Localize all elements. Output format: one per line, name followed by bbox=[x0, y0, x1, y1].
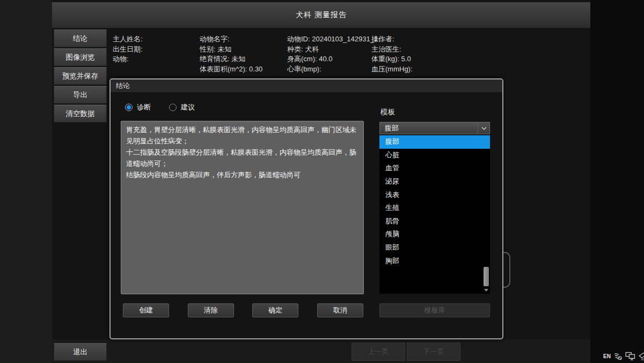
dicom-tag-label: DCM bbox=[641, 358, 644, 361]
chevron-down-icon[interactable] bbox=[478, 122, 489, 134]
option-musculoskeletal[interactable]: 肌骨 bbox=[379, 215, 490, 228]
template-option-list: 腹部 心脏 血管 泌尿 浅表 生殖 肌骨 颅脑 眼部 胸部 bbox=[379, 135, 490, 294]
diagnosis-textarea[interactable]: 胃充盈，胃壁分层清晰，粘膜表面光滑，内容物呈均质高回声，幽门区域未见明显占位性病… bbox=[121, 121, 364, 294]
dicom-tag-icon: DCM bbox=[638, 352, 644, 361]
network-disconnected-icon bbox=[613, 352, 623, 360]
option-label: 颅脑 bbox=[385, 229, 399, 239]
radio-unselected-icon[interactable] bbox=[169, 104, 177, 111]
left-edge-strip bbox=[0, 0, 52, 363]
status-tray: EN DCM bbox=[603, 351, 643, 361]
species-field: 种类: 犬科 bbox=[287, 45, 385, 55]
sidebar-item-label: 清空数据 bbox=[66, 109, 95, 119]
sidebar-item-label: 预览并保存 bbox=[62, 71, 99, 81]
confirm-button[interactable]: 确定 bbox=[252, 303, 298, 317]
template-dropdown-value: 腹部 bbox=[380, 124, 478, 133]
previous-page-button[interactable]: 上一页 bbox=[352, 343, 405, 361]
owner-name-field: 主人姓名: bbox=[113, 34, 143, 45]
sidebar-item-label: 导出 bbox=[73, 90, 87, 100]
radio-suggestion[interactable]: 建议 bbox=[169, 103, 195, 112]
option-abdomen[interactable]: 腹部 bbox=[379, 135, 490, 149]
heart-rate-field: 心率(bmp): bbox=[287, 64, 385, 75]
sidebar-item-export[interactable]: 导出 bbox=[54, 86, 107, 104]
weight-field: 体重(kg): 5.0 bbox=[371, 54, 413, 64]
radio-diagnosis[interactable]: 诊断 bbox=[125, 103, 151, 112]
sidebar-item-clear-data[interactable]: 清空数据 bbox=[54, 105, 107, 122]
birth-date-field: 出生日期: bbox=[113, 45, 143, 55]
radio-group: 诊断 建议 bbox=[125, 103, 195, 112]
radio-diagnosis-label: 诊断 bbox=[137, 103, 151, 112]
option-label: 浅表 bbox=[385, 190, 399, 200]
animal-id-field: 动物ID: 20240103_142931_1… bbox=[287, 34, 385, 45]
clear-button[interactable]: 清除 bbox=[188, 303, 234, 317]
blood-pressure-field: 血压(mmHg): bbox=[371, 64, 413, 75]
radio-suggestion-label: 建议 bbox=[181, 103, 195, 112]
option-label: 肌骨 bbox=[385, 216, 399, 226]
option-reproductive[interactable]: 生殖 bbox=[379, 201, 490, 215]
option-cranial[interactable]: 颅脑 bbox=[379, 228, 490, 241]
patient-info-col3: 动物ID: 20240103_142931_1… 种类: 犬科 身高(cm): … bbox=[287, 34, 385, 74]
option-vessel[interactable]: 血管 bbox=[379, 162, 490, 175]
next-page-button[interactable]: 下一页 bbox=[407, 343, 460, 361]
exit-button-label: 退出 bbox=[73, 347, 87, 357]
right-edge-strip bbox=[590, 0, 644, 363]
option-label: 心脏 bbox=[385, 150, 399, 160]
gender-field: 性别: 未知 bbox=[200, 45, 262, 55]
option-label: 生殖 bbox=[385, 203, 399, 213]
option-label: 腹部 bbox=[385, 137, 399, 147]
option-label: 血管 bbox=[385, 163, 399, 173]
radio-selected-icon[interactable] bbox=[125, 104, 133, 111]
patient-info-col4: 操作者: 主治医生: 体重(kg): 5.0 血压(mmHg): bbox=[371, 34, 413, 74]
dual-screen-icon bbox=[625, 352, 635, 360]
previous-page-label: 上一页 bbox=[368, 347, 389, 357]
list-scrollbar-thumb[interactable] bbox=[484, 267, 489, 286]
operator-field: 操作者: bbox=[371, 34, 413, 45]
dialog-button-row: 创建 清除 确定 取消 bbox=[123, 303, 363, 317]
template-dropdown[interactable]: 腹部 bbox=[379, 122, 490, 134]
option-eye[interactable]: 眼部 bbox=[379, 241, 490, 255]
list-scrollbar-down-arrow[interactable] bbox=[484, 288, 489, 293]
patient-info-col2: 动物名字: 性别: 未知 绝育情况: 未知 体表面积(m^2): 0.30 bbox=[200, 34, 262, 74]
clear-button-label: 清除 bbox=[204, 306, 218, 315]
animal-field: 动物: bbox=[113, 54, 143, 64]
option-urinary[interactable]: 泌尿 bbox=[379, 175, 490, 188]
exit-button[interactable]: 退出 bbox=[54, 343, 107, 361]
option-chest[interactable]: 胸部 bbox=[379, 254, 490, 267]
patient-info-col1: 主人姓名: 出生日期: 动物: bbox=[113, 34, 143, 64]
page-title: 犬科 测量报告 bbox=[296, 10, 347, 20]
sidebar-item-label: 结论 bbox=[73, 34, 87, 43]
confirm-button-label: 确定 bbox=[268, 306, 282, 315]
footer-band bbox=[52, 339, 590, 363]
language-indicator[interactable]: EN bbox=[603, 353, 611, 359]
next-page-label: 下一页 bbox=[423, 347, 444, 357]
sidebar-item-label: 图像浏览 bbox=[66, 53, 95, 62]
option-label: 胸部 bbox=[385, 256, 399, 266]
sidebar-item-conclusion[interactable]: 结论 bbox=[54, 30, 107, 47]
sidebar-item-preview-save[interactable]: 预览并保存 bbox=[54, 67, 107, 85]
sidebar-item-image-browse[interactable]: 图像浏览 bbox=[54, 48, 107, 66]
template-label: 模板 bbox=[380, 107, 395, 117]
dialog-slide-handle[interactable] bbox=[503, 252, 510, 288]
option-heart[interactable]: 心脏 bbox=[379, 149, 490, 162]
option-superficial[interactable]: 浅表 bbox=[379, 188, 490, 201]
title-bar: 犬科 测量报告 bbox=[52, 2, 590, 28]
create-button-label: 创建 bbox=[139, 306, 153, 315]
dialog-title: 结论 bbox=[111, 79, 502, 93]
conclusion-dialog: 结论 诊断 建议 胃充盈，胃壁分层清晰，粘膜表面光滑，内容物呈均质高回声，幽门区… bbox=[109, 78, 503, 339]
create-button[interactable]: 创建 bbox=[123, 303, 169, 317]
neuter-field: 绝育情况: 未知 bbox=[200, 54, 262, 64]
template-library-button: 模板库 bbox=[379, 303, 490, 317]
bsa-field: 体表面积(m^2): 0.30 bbox=[200, 64, 262, 75]
cancel-button-label: 取消 bbox=[333, 306, 347, 315]
option-label: 眼部 bbox=[385, 243, 399, 252]
animal-name-field: 动物名字: bbox=[200, 34, 262, 45]
height-field: 身高(cm): 40.0 bbox=[287, 54, 385, 64]
option-label: 泌尿 bbox=[385, 177, 399, 186]
template-library-label: 模板库 bbox=[425, 306, 445, 315]
cancel-button[interactable]: 取消 bbox=[317, 303, 363, 317]
doctor-field: 主治医生: bbox=[371, 45, 413, 55]
